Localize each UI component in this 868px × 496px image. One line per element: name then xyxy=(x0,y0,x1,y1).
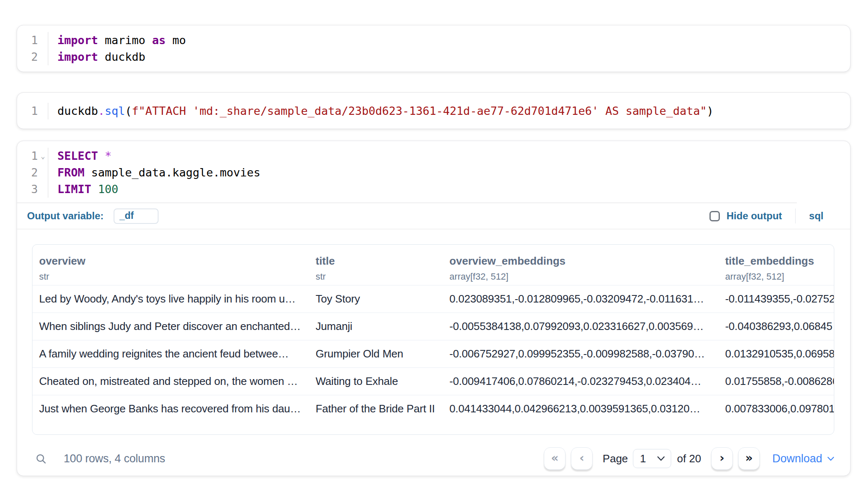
cell-overview-embeddings: 0.023089351,-0.012809965,-0.03209472,-0.… xyxy=(443,293,719,305)
cell-title: Grumpier Old Men xyxy=(309,347,443,360)
column-name: title_embeddings xyxy=(725,255,834,268)
table-footer: 100 rows, 4 columns « ‹ Page 1 of 20 › »… xyxy=(32,445,834,472)
cell-title: Father of the Bride Part II xyxy=(309,402,443,415)
code-token: import xyxy=(57,34,98,47)
cell-title: Waiting to Exhale xyxy=(309,375,443,388)
cell-overview: A family wedding reignites the ancient f… xyxy=(32,347,309,360)
first-page-button[interactable]: « xyxy=(544,447,565,470)
cell-overview-embeddings: 0.041433044,0.042966213,0.0039591365,0.0… xyxy=(443,402,719,415)
code-line: 1 duckdb.sql(f"ATTACH 'md:_share/sample_… xyxy=(17,103,850,119)
notebook-cell-sql: 1 ⌄ SELECT * 2 FROM sample_data.kaggle.m… xyxy=(17,141,851,476)
line-number: 3 xyxy=(17,181,38,198)
cell-overview-embeddings: -0.009417406,0.07860214,-0.023279453,0.0… xyxy=(443,375,719,388)
column-type: str xyxy=(39,271,309,282)
notebook-cell-attach: 1 duckdb.sql(f"ATTACH 'md:_share/sample_… xyxy=(17,92,851,129)
code-token: sql xyxy=(105,104,125,117)
column-header[interactable]: overview str xyxy=(32,255,309,285)
column-name: overview_embeddings xyxy=(449,255,719,268)
column-header[interactable]: title_embeddings array[f32, 512] xyxy=(719,255,834,285)
cell-title: Jumanji xyxy=(309,320,443,333)
code-token: * xyxy=(98,149,112,162)
code-content[interactable]: import duckdb xyxy=(48,49,850,65)
code-editor[interactable]: 1 ⌄ SELECT * 2 FROM sample_data.kaggle.m… xyxy=(17,141,850,203)
table-row: Just when George Banks has recovered fro… xyxy=(32,395,834,422)
code-token: duckdb xyxy=(98,50,146,63)
cell-title-embeddings: -0.011439355,-0.02752 xyxy=(719,293,834,305)
download-label: Download xyxy=(772,452,822,465)
line-number-gutter: 1 xyxy=(17,32,48,49)
next-page-button[interactable]: › xyxy=(711,447,733,470)
code-editor[interactable]: 1 duckdb.sql(f"ATTACH 'md:_share/sample_… xyxy=(17,93,850,129)
code-token: ( xyxy=(125,104,132,117)
code-token: LIMIT xyxy=(57,183,91,196)
column-name: overview xyxy=(39,255,309,268)
hide-output-checkbox[interactable] xyxy=(709,211,720,221)
cell-overview: Just when George Banks has recovered fro… xyxy=(32,402,309,415)
code-token: mo xyxy=(166,34,186,47)
language-button[interactable]: sql xyxy=(809,210,823,222)
code-content[interactable]: import marimo as mo xyxy=(48,32,850,49)
cell-overview-embeddings: -0.0055384138,0.07992093,0.023316627,0.0… xyxy=(443,320,719,333)
download-button[interactable]: Download xyxy=(772,452,834,465)
last-page-button[interactable]: » xyxy=(738,447,760,470)
pagination: « ‹ Page 1 of 20 › » Download xyxy=(544,447,834,470)
code-token: as xyxy=(152,34,166,47)
fold-chevron-icon[interactable]: ⌄ xyxy=(38,148,48,164)
table-row: Cheated on, mistreated and stepped on, t… xyxy=(32,367,834,395)
output-variable-input[interactable] xyxy=(114,208,159,224)
line-number-gutter: 2 xyxy=(17,49,48,65)
output-variable-label: Output variable: xyxy=(27,210,104,222)
column-type: str xyxy=(315,271,443,282)
code-line: 2 import duckdb xyxy=(17,49,850,65)
table-row: Led by Woody, Andy's toys live happily i… xyxy=(32,285,834,312)
code-token: duckdb xyxy=(57,104,98,117)
dataframe-table: overview str title str overview_embeddin… xyxy=(32,244,834,435)
cell-title-embeddings: 0.0132910535,0.06958 xyxy=(719,347,834,360)
code-token: . xyxy=(98,104,105,117)
search-icon[interactable] xyxy=(34,451,48,466)
code-token: SELECT xyxy=(57,149,98,162)
cell-title-embeddings: -0.040386293,0.06845 xyxy=(719,320,834,333)
line-number-gutter: 1 xyxy=(17,103,48,119)
column-header[interactable]: overview_embeddings array[f32, 512] xyxy=(443,255,719,285)
cell-overview: When siblings Judy and Peter discover an… xyxy=(32,320,309,333)
table-header-row: overview str title str overview_embeddin… xyxy=(32,245,834,285)
sql-cell-toolbar: Output variable: Hide output sql xyxy=(17,203,850,229)
line-number-gutter: 3 xyxy=(17,181,48,198)
line-number-gutter: 2 xyxy=(17,164,48,181)
code-line: 2 FROM sample_data.kaggle.movies xyxy=(17,164,850,181)
hide-output-label[interactable]: Hide output xyxy=(727,210,782,222)
toolbar-divider xyxy=(795,208,796,223)
code-content[interactable]: duckdb.sql(f"ATTACH 'md:_share/sample_da… xyxy=(48,103,850,119)
code-content[interactable]: LIMIT 100 xyxy=(48,181,850,198)
page-select-value: 1 xyxy=(640,452,646,465)
code-token: sample_data.kaggle.movies xyxy=(84,166,260,179)
line-number: 1 xyxy=(17,103,38,119)
line-number-gutter: 1 ⌄ xyxy=(17,148,48,164)
code-token: import xyxy=(57,50,98,63)
column-header[interactable]: title str xyxy=(309,255,443,285)
previous-page-button[interactable]: ‹ xyxy=(571,447,593,470)
code-token: f"ATTACH 'md:_share/sample_data/23b0d623… xyxy=(132,104,707,117)
column-name: title xyxy=(315,255,443,268)
code-editor[interactable]: 1 import marimo as mo 2 import duckdb xyxy=(17,25,850,70)
cell-overview: Cheated on, mistreated and stepped on, t… xyxy=(32,375,309,388)
cell-output: overview str title str overview_embeddin… xyxy=(17,229,850,472)
chevron-down-icon xyxy=(827,456,834,461)
table-row: A family wedding reignites the ancient f… xyxy=(32,340,834,367)
code-token: marimo xyxy=(98,34,152,47)
page-label: Page xyxy=(603,452,628,465)
column-type: array[f32, 512] xyxy=(449,271,719,282)
code-content[interactable]: FROM sample_data.kaggle.movies xyxy=(48,164,850,181)
notebook-cell-imports: 1 import marimo as mo 2 import duckdb xyxy=(17,25,851,72)
line-number: 2 xyxy=(17,164,38,181)
column-type: array[f32, 512] xyxy=(725,271,834,282)
table-row: When siblings Judy and Peter discover an… xyxy=(32,312,834,340)
code-token: FROM xyxy=(57,166,84,179)
code-line: 3 LIMIT 100 xyxy=(17,181,850,198)
page-select[interactable]: 1 xyxy=(633,449,671,468)
page-count-label: of 20 xyxy=(677,452,701,465)
code-token: ) xyxy=(707,104,714,117)
line-number: 2 xyxy=(17,49,38,65)
code-content[interactable]: SELECT * xyxy=(48,148,850,164)
